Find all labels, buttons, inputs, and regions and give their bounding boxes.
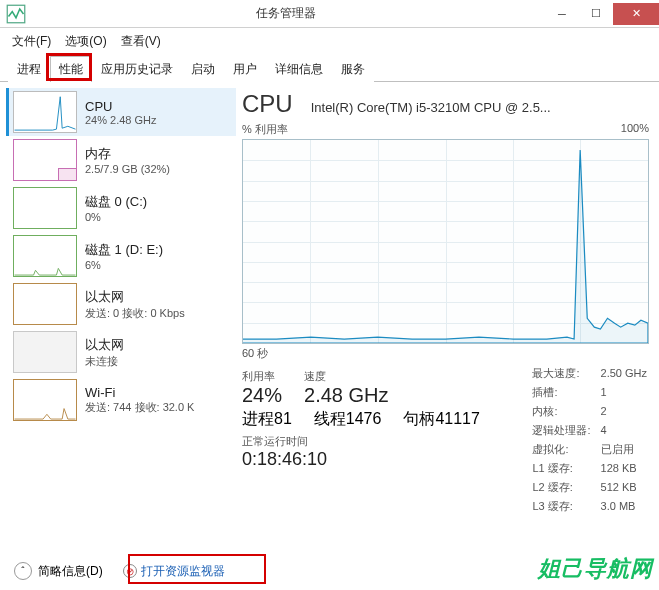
sidebar-item-memory[interactable]: 内存 2.5/7.9 GB (32%) xyxy=(6,136,236,184)
sidebar-item-label: 内存 xyxy=(85,145,170,163)
sidebar-item-sub: 0% xyxy=(85,211,147,223)
sidebar-item-ethernet1[interactable]: 以太网 未连接 xyxy=(6,328,236,376)
menubar: 文件(F) 选项(O) 查看(V) xyxy=(0,28,659,55)
tab-startup[interactable]: 启动 xyxy=(182,56,224,82)
info-l3-l: L3 缓存: xyxy=(532,498,598,515)
sidebar-item-ethernet0[interactable]: 以太网 发送: 0 接收: 0 Kbps xyxy=(6,280,236,328)
cpu-thumb xyxy=(13,91,77,133)
sidebar-item-wifi[interactable]: Wi-Fi 发送: 744 接收: 32.0 K xyxy=(6,376,236,424)
panel-list: CPU 24% 2.48 GHz 内存 2.5/7.9 GB (32%) 磁盘 … xyxy=(6,88,236,424)
stat-hnd: 41117 xyxy=(435,410,480,427)
info-sockets-l: 插槽: xyxy=(532,384,598,401)
stat-hnd-label: 句柄 xyxy=(403,410,435,427)
sidebar-item-sub: 发送: 0 接收: 0 Kbps xyxy=(85,306,185,321)
window-controls: ─ ☐ ✕ xyxy=(545,3,659,25)
window-title: 任务管理器 xyxy=(26,5,545,22)
sidebar-item-label: 磁盘 1 (D: E:) xyxy=(85,241,163,259)
uptime-label: 正常运行时间 xyxy=(242,434,512,449)
stat-util: 24% xyxy=(242,384,282,407)
stat-speed-label: 速度 xyxy=(304,369,388,384)
chart-xlabel: 60 秒 xyxy=(242,346,649,361)
resmon-label: 打开资源监视器 xyxy=(141,563,225,580)
stat-util-label: 利用率 xyxy=(242,369,282,384)
sidebar-item-cpu[interactable]: CPU 24% 2.48 GHz xyxy=(6,88,236,136)
info-logi-l: 逻辑处理器: xyxy=(532,422,598,439)
chart-ymax: 100% xyxy=(621,122,649,137)
sidebar-item-label: 以太网 xyxy=(85,288,185,306)
stat-thr-label: 线程 xyxy=(314,410,346,427)
brief-info-link[interactable]: 简略信息(D) xyxy=(38,563,103,580)
menu-options[interactable]: 选项(O) xyxy=(61,31,110,52)
uptime-value: 0:18:46:10 xyxy=(242,449,512,470)
tab-users[interactable]: 用户 xyxy=(224,56,266,82)
sidebar-item-sub: 24% 2.48 GHz xyxy=(85,114,157,126)
info-l1: 128 KB xyxy=(601,460,647,477)
minimize-button[interactable]: ─ xyxy=(545,3,579,25)
tab-process[interactable]: 进程 xyxy=(8,56,50,82)
net-thumb xyxy=(13,283,77,325)
cpu-chart xyxy=(242,139,649,344)
stat-speed: 2.48 GHz xyxy=(304,384,388,407)
disk-thumb xyxy=(13,235,77,277)
sidebar-item-label: 磁盘 0 (C:) xyxy=(85,193,147,211)
watermark: 姐己导航网 xyxy=(538,554,653,584)
info-sockets: 1 xyxy=(601,384,647,401)
maximize-button[interactable]: ☐ xyxy=(579,3,613,25)
titlebar: 任务管理器 ─ ☐ ✕ xyxy=(0,0,659,28)
sidebar-item-sub: 发送: 744 接收: 32.0 K xyxy=(85,400,194,415)
tab-details[interactable]: 详细信息 xyxy=(266,56,332,82)
sidebar-item-sub: 6% xyxy=(85,259,163,271)
tab-performance[interactable]: 性能 xyxy=(50,56,92,82)
info-maxspeed: 2.50 GHz xyxy=(601,365,647,382)
menu-view[interactable]: 查看(V) xyxy=(117,31,165,52)
main-title: CPU xyxy=(242,90,293,118)
info-l2-l: L2 缓存: xyxy=(532,479,598,496)
cpu-info-table: 最大速度:2.50 GHz 插槽:1 内核:2 逻辑处理器:4 虚拟化:已启用 … xyxy=(530,363,649,517)
stat-proc: 81 xyxy=(274,410,292,427)
info-l3: 3.0 MB xyxy=(601,498,647,515)
memory-thumb xyxy=(13,139,77,181)
sidebar-item-sub: 2.5/7.9 GB (32%) xyxy=(85,163,170,175)
info-cores-l: 内核: xyxy=(532,403,598,420)
info-logi: 4 xyxy=(601,422,647,439)
chart-box: % 利用率 100% 60 秒 xyxy=(242,122,649,361)
sidebar-item-label: 以太网 xyxy=(85,336,124,354)
info-virt: 已启用 xyxy=(601,441,647,458)
tab-services[interactable]: 服务 xyxy=(332,56,374,82)
menu-file[interactable]: 文件(F) xyxy=(8,31,55,52)
sidebar-item-label: CPU xyxy=(85,99,157,114)
info-maxspeed-l: 最大速度: xyxy=(532,365,598,382)
chart-ylabel: % 利用率 xyxy=(242,122,288,137)
disk-thumb xyxy=(13,187,77,229)
info-virt-l: 虚拟化: xyxy=(532,441,598,458)
net-thumb xyxy=(13,379,77,421)
info-l1-l: L1 缓存: xyxy=(532,460,598,477)
net-thumb xyxy=(13,331,77,373)
open-resmon-link[interactable]: ⊘ 打开资源监视器 xyxy=(123,563,225,580)
tabs: 进程 性能 应用历史记录 启动 用户 详细信息 服务 xyxy=(0,55,659,82)
tab-history[interactable]: 应用历史记录 xyxy=(92,56,182,82)
app-icon xyxy=(6,4,26,24)
sidebar-item-disk1[interactable]: 磁盘 1 (D: E:) 6% xyxy=(6,232,236,280)
chevron-up-icon[interactable]: ˆ xyxy=(14,562,32,580)
close-button[interactable]: ✕ xyxy=(613,3,659,25)
main-panel: CPU Intel(R) Core(TM) i5-3210M CPU @ 2.5… xyxy=(236,82,659,552)
sidebar-item-sub: 未连接 xyxy=(85,354,124,369)
info-l2: 512 KB xyxy=(601,479,647,496)
sidebar: CPU 24% 2.48 GHz 内存 2.5/7.9 GB (32%) 磁盘 … xyxy=(0,82,236,552)
stat-proc-label: 进程 xyxy=(242,410,274,427)
info-cores: 2 xyxy=(601,403,647,420)
cpu-name: Intel(R) Core(TM) i5-3210M CPU @ 2.5... xyxy=(311,100,551,115)
content: CPU 24% 2.48 GHz 内存 2.5/7.9 GB (32%) 磁盘 … xyxy=(0,82,659,552)
sidebar-item-disk0[interactable]: 磁盘 0 (C:) 0% xyxy=(6,184,236,232)
stat-thr: 1476 xyxy=(346,410,382,427)
sidebar-item-label: Wi-Fi xyxy=(85,385,194,400)
resmon-icon: ⊘ xyxy=(123,564,137,578)
